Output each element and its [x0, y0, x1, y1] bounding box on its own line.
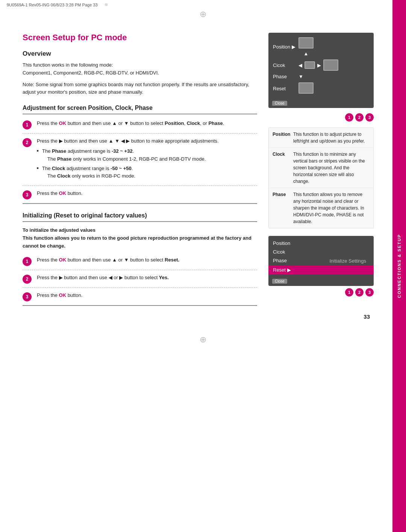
menu-panel-1: Position ▶ ▲ Cicok — [268, 33, 374, 108]
menu-row-position: Position ▶ ▲ — [268, 36, 374, 58]
main-content: Screen Setup for PC mode Overview This f… — [0, 21, 392, 331]
desc-label-position: Position — [273, 131, 293, 144]
menu2-label-position: Position — [273, 240, 295, 246]
section2-step2: 2 Press the ▶ button and then use ◀ or ▶… — [23, 270, 257, 288]
right-column: Position ▶ ▲ Cicok — [268, 33, 374, 306]
page-title: Screen Setup for PC mode — [23, 33, 257, 43]
tv-icon-small — [304, 61, 315, 69]
step2-text: Press the ▶ button and then use ▲ ▼ ◀ ▶ … — [37, 137, 219, 182]
arrow-down-icon: ▼ — [298, 74, 303, 79]
s2-step2-circle: 2 — [23, 275, 32, 284]
sub-para: This function allows you to return to th… — [23, 234, 257, 250]
menu-panel-2: Position Cicok Phase Initialize Settings… — [268, 236, 374, 286]
init-settings-label: Initialize Settings — [329, 258, 366, 263]
desc-label-clock: Clock — [273, 151, 293, 185]
step-ind-2: 2 — [355, 113, 364, 122]
section1-step3: 3 Press the OK button. — [23, 186, 257, 204]
left-column: Screen Setup for PC mode Overview This f… — [23, 33, 257, 306]
menu-row-reset: Reset — [268, 81, 374, 96]
menu-label-position: Position ▶ — [273, 44, 295, 50]
menu2-label-phase: Phase — [273, 258, 295, 263]
step3-text: Press the OK button. — [37, 190, 82, 198]
desc-row-position: Position This function is to adjust pict… — [269, 128, 373, 148]
desc-label-phase: Phase — [273, 191, 293, 225]
s2-step3-circle: 3 — [23, 292, 32, 301]
tv-icon-top — [298, 37, 314, 49]
menu2-label-reset: Reset ▶ — [273, 267, 295, 273]
step2-circle: 2 — [23, 138, 32, 147]
top-crosshair: ⊕ — [0, 9, 406, 19]
menu2-label-cicok: Cicok — [273, 249, 295, 255]
step1-circle: 1 — [23, 120, 32, 129]
desc-value-clock: This function is to minimize any vertica… — [293, 151, 370, 185]
desc-value-position: This function is to adjust picture to le… — [293, 131, 370, 144]
close-button-2[interactable]: Close — [272, 279, 287, 284]
section1: Adjustment for screen Position, Clock, P… — [23, 105, 257, 204]
section2: Initializing (Reset to original factory … — [23, 212, 257, 306]
arrow-up-icon: ▲ — [304, 51, 309, 56]
menu-row-cicok: Cicok ◀ ▶ — [268, 58, 374, 72]
step-ind2-2: 2 — [355, 288, 364, 296]
overview-section: Overview This function works in the foll… — [23, 50, 257, 96]
section1-step2: 2 Press the ▶ button and then use ▲ ▼ ◀ … — [23, 134, 257, 186]
s2-step3-text: Press the OK button. — [37, 292, 82, 299]
step-ind2-3: 3 — [365, 288, 374, 296]
menu-label-cicok: Cicok — [273, 62, 295, 68]
section2-step1: 1 Press the OK button and then use ▲ or … — [23, 252, 257, 270]
section1-heading: Adjustment for screen Position, Clock, P… — [23, 105, 257, 114]
header-bar: 9U0569A-1 Rev05-ING 06/8/23 3:28 PM Page… — [0, 0, 406, 9]
step-indicators-1: 1 2 3 — [268, 113, 374, 122]
overview-para3: Note: Some signal from some graphics boa… — [23, 81, 257, 97]
bottom-crosshair: ⊕ — [0, 335, 406, 345]
step3-circle: 3 — [23, 190, 32, 199]
overview-heading: Overview — [23, 50, 257, 58]
step-ind-1: 1 — [345, 113, 353, 122]
arrow-left2-icon: ◀ — [298, 62, 302, 68]
section2-step3: 3 Press the OK button. — [23, 288, 257, 306]
section2-heading: Initializing (Reset to original factory … — [23, 212, 257, 222]
tv-icon-bottom — [298, 82, 314, 94]
right-sidebar: CONNECTIONS & SETUP — [392, 0, 406, 532]
page-number: 33 — [23, 313, 374, 320]
step-ind-3: 3 — [365, 113, 374, 122]
desc-value-phase: This function allows you to remove any h… — [293, 191, 370, 225]
menu-label-reset: Reset — [273, 86, 295, 91]
panel2-close-row: Close — [268, 277, 374, 286]
panel-close-row: Close — [268, 99, 374, 108]
arrow-right2-icon: ▶ — [317, 62, 321, 68]
header-text: 9U0569A-1 Rev05-ING 06/8/23 3:28 PM Page… — [7, 3, 98, 7]
s2-step1-text: Press the OK button and then use ▲ or ▼ … — [37, 256, 179, 264]
step-ind2-1: 1 — [345, 288, 353, 296]
desc-row-phase: Phase This function allows you to remove… — [269, 188, 373, 228]
sub-heading: To initialize the adjusted values — [23, 227, 257, 233]
close-button-1[interactable]: Close — [272, 101, 287, 106]
step1-text: Press the OK button and then use ▲ or ▼ … — [37, 120, 224, 128]
menu2-row-cicok: Cicok — [268, 248, 374, 256]
step-indicators-2: 1 2 3 — [268, 288, 374, 296]
menu-label-phase: Phase — [273, 74, 295, 79]
menu2-row-phase: Phase Initialize Settings — [268, 256, 374, 265]
position-graphic: ▲ — [298, 37, 314, 56]
menu2-row-position: Position — [268, 239, 374, 248]
section1-step1: 1 Press the OK button and then use ▲ or … — [23, 116, 257, 134]
desc-row-clock: Clock This function is to minimize any v… — [269, 148, 373, 188]
overview-para1: This function works in the following mod… — [23, 61, 257, 77]
menu-row-phase: Phase ▼ — [268, 72, 374, 81]
menu2-row-reset: Reset ▶ — [268, 266, 374, 274]
sidebar-label: CONNECTIONS & SETUP — [397, 234, 401, 298]
s2-step2-text: Press the ▶ button and then use ◀ or ▶ b… — [37, 274, 169, 282]
description-table: Position This function is to adjust pict… — [268, 128, 374, 228]
tv-icon-right — [323, 59, 338, 71]
s2-step1-circle: 1 — [23, 257, 32, 266]
